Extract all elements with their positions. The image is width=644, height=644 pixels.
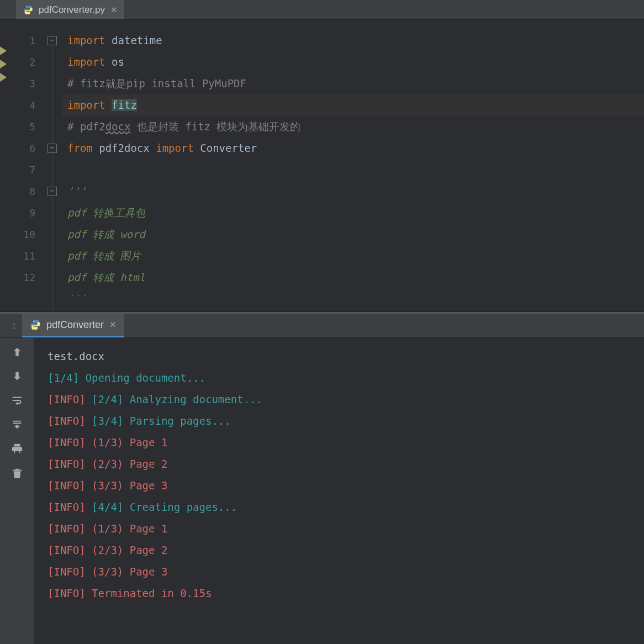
soft-wrap-icon[interactable] [11,394,23,407]
editor-body: 123456789101112 −−− import datetimeimpor… [0,20,644,312]
code-line: ''' [62,288,644,296]
code-line: # fitz就是pip install PyMuPDF [62,73,644,94]
svg-point-1 [29,12,30,13]
console-line: [INFO] (3/3) Page 3 [47,475,644,497]
console-line: [INFO] (2/3) Page 2 [47,540,644,561]
tab-bar-left-pad [0,0,15,19]
console-body: test.docx[1/4] Opening document...[INFO]… [0,338,644,644]
console-line: [INFO] Terminated in 0.15s [47,583,644,604]
run-tab[interactable]: pdfConverter ✕ [22,314,124,337]
line-number: 12 [10,267,44,288]
fold-toggle-icon[interactable]: − [47,36,57,45]
print-icon[interactable] [11,443,23,455]
code-line [62,159,644,181]
line-number: 3 [10,73,44,94]
line-number: 1 [10,30,44,51]
line-number: 10 [10,224,44,245]
editor-tab[interactable]: pdfConverter.py ✕ [15,0,124,19]
editor-tab-bar: pdfConverter.py ✕ [0,0,644,20]
code-line: pdf 转换工具包 [62,202,644,224]
run-tab-name: pdfConverter [46,319,104,331]
line-number: 4 [10,94,44,116]
svg-point-2 [33,321,34,322]
line-number: 11 [10,245,44,267]
code-line: pdf 转成 html [62,267,644,288]
svg-point-3 [36,328,38,329]
run-panel: : pdfConverter ✕ test.docx[1/4] Opening … [0,312,644,644]
line-number: 9 [10,202,44,224]
console-line: [INFO] (3/3) Page 3 [47,561,644,583]
fold-toggle-icon[interactable]: − [47,187,57,196]
code-line: pdf 转成 word [62,224,644,245]
console-line: [INFO] [3/4] Parsing pages... [47,410,644,432]
line-number: 6 [10,138,44,159]
line-number: 5 [10,116,44,138]
console-line: [INFO] (1/3) Page 1 [47,518,644,540]
left-marker-strip [0,20,10,312]
arrow-up-icon[interactable] [11,346,23,358]
code-line: import datetime [62,30,644,51]
code-line: import os [62,51,644,73]
line-number: 2 [10,51,44,73]
line-number: 7 [10,159,44,181]
run-panel-label: : [0,314,15,337]
close-icon[interactable]: ✕ [110,5,118,15]
run-tab-bar: : pdfConverter ✕ [0,314,644,338]
python-run-icon [30,319,41,330]
console-output[interactable]: test.docx[1/4] Opening document...[INFO]… [34,338,644,644]
line-number: 8 [10,181,44,202]
console-line: [INFO] (2/3) Page 2 [47,453,644,475]
code-line: import fitz [62,94,644,116]
trash-icon[interactable] [11,467,23,479]
console-line: [INFO] [4/4] Creating pages... [47,497,644,518]
code-area[interactable]: import datetimeimport os# fitz就是pip inst… [62,20,644,312]
console-tool-strip [0,338,34,644]
console-line: [1/4] Opening document... [47,367,644,389]
line-number-gutter: 123456789101112 [10,20,44,312]
console-line: [INFO] (1/3) Page 1 [47,432,644,453]
arrow-down-icon[interactable] [11,370,23,382]
editor-panel: pdfConverter.py ✕ 123456789101112 −−− im… [0,0,644,312]
code-line: # pdf2docx 也是封装 fitz 模块为基础开发的 [62,116,644,138]
code-line: ''' [62,181,644,202]
python-file-icon [23,5,33,15]
console-line: [INFO] [2/4] Analyzing document... [47,389,644,410]
svg-point-0 [26,6,27,7]
bookmark-marker[interactable] [0,73,7,82]
bookmark-marker[interactable] [0,60,7,68]
code-line: pdf 转成 图片 [62,245,644,267]
scroll-to-end-icon[interactable] [11,419,23,431]
editor-tab-filename: pdfConverter.py [39,4,105,15]
close-icon[interactable]: ✕ [109,320,117,330]
console-line: test.docx [47,346,644,367]
fold-toggle-icon[interactable]: − [47,144,57,153]
code-fold-strip: −−− [44,20,62,312]
code-line: from pdf2docx import Converter [62,138,644,159]
bookmark-marker[interactable] [0,46,7,55]
